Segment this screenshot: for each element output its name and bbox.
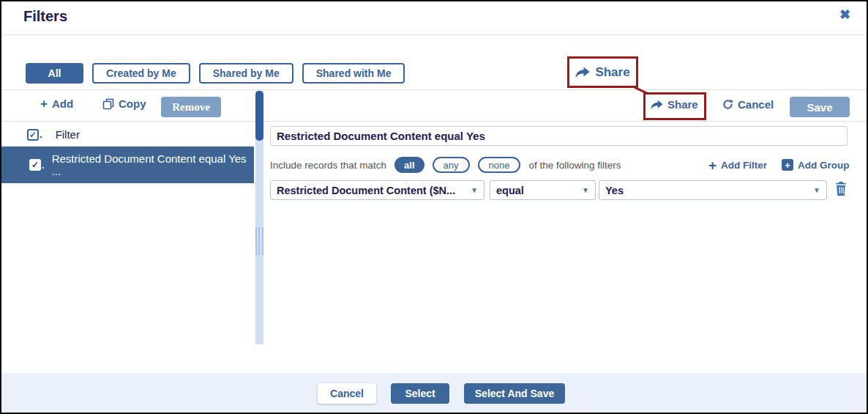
filter-item-checkbox[interactable]: ✓ xyxy=(29,159,41,171)
delete-condition-button[interactable] xyxy=(835,182,847,196)
add-filter-button[interactable]: + Add Filter xyxy=(708,158,767,172)
copy-button[interactable]: Copy xyxy=(102,97,146,110)
copy-icon xyxy=(102,98,114,110)
chevron-down-icon: ▼ xyxy=(582,186,589,194)
tab-created-by-me[interactable]: Created by Me xyxy=(92,63,190,84)
plus-icon: + xyxy=(708,158,717,172)
select-and-save-button[interactable]: Select And Save xyxy=(464,383,565,404)
plus-icon: + xyxy=(40,97,48,110)
tab-all[interactable]: All xyxy=(26,63,83,84)
tab-shared-with-me[interactable]: Shared with Me xyxy=(302,63,405,84)
add-button[interactable]: + Add xyxy=(40,97,73,110)
value-dropdown[interactable]: Yes ▼ xyxy=(599,180,827,200)
dialog-footer: Cancel Select Select And Save xyxy=(1,373,867,413)
filters-dialog: Filters ✖ All Created by Me Shared by Me… xyxy=(0,0,868,414)
value-dropdown-value: Yes xyxy=(605,185,809,196)
copy-button-label: Copy xyxy=(119,97,146,110)
header-divider xyxy=(1,34,867,35)
toolbar-divider xyxy=(1,121,867,122)
share-icon xyxy=(575,67,590,78)
match-pill-any[interactable]: any xyxy=(433,157,470,173)
check-icon: ✓ xyxy=(29,130,37,139)
undo-icon xyxy=(722,99,733,110)
match-mode-row: Include records that match all any none … xyxy=(270,156,621,174)
save-button[interactable]: Save xyxy=(790,97,850,117)
add-button-label: Add xyxy=(52,97,73,110)
add-filter-label: Add Filter xyxy=(721,160,767,171)
filter-list-header-row[interactable]: ✓ . Filter xyxy=(1,123,254,146)
remove-button[interactable]: Remove xyxy=(161,97,221,117)
filter-list-header-label: Filter xyxy=(56,128,80,141)
share-icon xyxy=(651,100,663,110)
tabs-divider xyxy=(1,89,867,90)
scrollbar-thumb[interactable] xyxy=(255,91,263,141)
filter-list-item-selected[interactable]: ✓ . Restricted Document Content equal Ye… xyxy=(1,147,254,183)
annotation-leader-line xyxy=(635,86,648,95)
tab-bar: All Created by Me Shared by Me Shared wi… xyxy=(26,63,405,84)
cancel-edit-label: Cancel xyxy=(738,98,774,111)
tab-shared-by-me[interactable]: Shared by Me xyxy=(199,63,293,84)
share-button[interactable]: Share xyxy=(651,98,698,111)
operator-dropdown[interactable]: equal ▼ xyxy=(490,180,596,200)
share-button-label: Share xyxy=(667,98,698,111)
field-dropdown[interactable]: Restricted Document Content ($N... ▼ xyxy=(270,180,484,200)
filter-name-input[interactable] xyxy=(270,126,848,146)
trash-icon xyxy=(835,182,847,196)
close-icon[interactable]: ✖ xyxy=(839,7,850,23)
select-all-checkbox[interactable]: ✓ xyxy=(27,129,39,141)
dialog-title: Filters xyxy=(23,8,67,25)
operator-dropdown-value: equal xyxy=(496,185,577,196)
check-icon: ✓ xyxy=(31,160,39,169)
chevron-down-icon: ▼ xyxy=(813,186,820,194)
chevron-down-icon: ▼ xyxy=(471,186,478,194)
add-group-button[interactable]: + Add Group xyxy=(782,159,850,171)
list-scrollbar[interactable] xyxy=(255,91,263,344)
callout-share-label: Share xyxy=(595,65,629,80)
filter-item-label: Restricted Document Content equal Yes ..… xyxy=(52,152,254,177)
select-button[interactable]: Select xyxy=(391,383,449,404)
plus-icon: + xyxy=(785,160,790,170)
row-dot: . xyxy=(42,160,45,171)
add-group-label: Add Group xyxy=(798,160,850,171)
cancel-button[interactable]: Cancel xyxy=(318,383,376,404)
match-pill-none[interactable]: none xyxy=(478,157,521,173)
splitter-grip[interactable] xyxy=(255,227,263,255)
match-suffix-text: of the following filters xyxy=(528,160,621,171)
field-dropdown-value: Restricted Document Content ($N... xyxy=(277,185,466,196)
plus-square-icon: + xyxy=(782,159,793,171)
match-pill-all[interactable]: all xyxy=(394,157,424,173)
annotation-callout-box: Share xyxy=(567,56,638,88)
row-dot: . xyxy=(40,129,42,140)
add-links-group: + Add Filter + Add Group xyxy=(708,156,850,174)
cancel-edit-button[interactable]: Cancel xyxy=(722,98,774,111)
match-prefix-text: Include records that match xyxy=(270,160,386,171)
